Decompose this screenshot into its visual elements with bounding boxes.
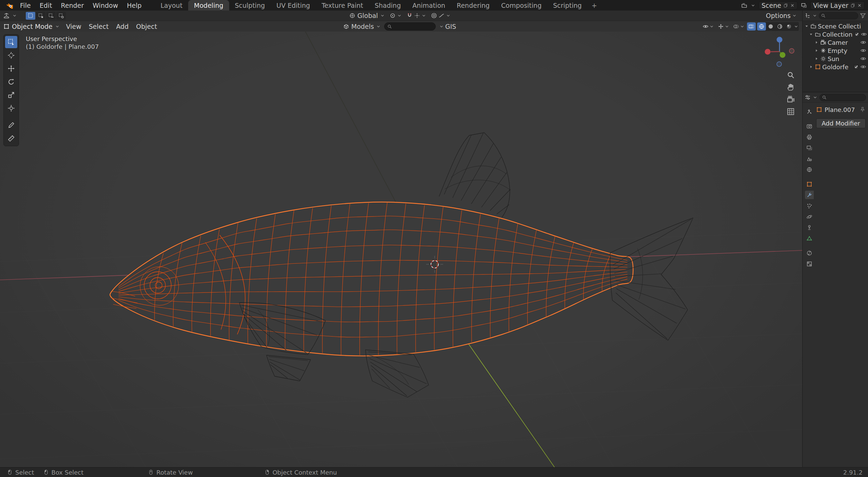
- goldorfe-wireframe-mesh[interactable]: [110, 202, 633, 356]
- pivot-point-dropdown[interactable]: [390, 13, 402, 19]
- toggle-xray-button[interactable]: [747, 22, 756, 31]
- shading-wireframe-button[interactable]: [757, 22, 766, 31]
- shading-solid-button[interactable]: [766, 22, 775, 31]
- gis-menu[interactable]: GIS: [439, 23, 456, 30]
- asset-search-input[interactable]: [384, 22, 436, 31]
- chevron-down-icon[interactable]: [751, 3, 755, 8]
- pin-icon[interactable]: [860, 107, 866, 113]
- workspace-tab-compositing[interactable]: Compositing: [495, 0, 547, 11]
- hide-eye-icon[interactable]: [860, 56, 866, 62]
- select-mode-intersect-button[interactable]: [56, 12, 66, 20]
- options-dropdown[interactable]: Options: [766, 12, 797, 19]
- properties-tab-material[interactable]: [805, 249, 814, 257]
- properties-tab-texture[interactable]: [805, 260, 814, 268]
- workspace-tab-texture-paint[interactable]: Texture Paint: [316, 0, 369, 11]
- menu-render[interactable]: Render: [57, 0, 88, 11]
- properties-tab-view-layer[interactable]: [805, 144, 814, 152]
- outliner-item-label[interactable]: Collection: [822, 31, 852, 38]
- hide-eye-icon[interactable]: [860, 47, 866, 54]
- show-gizmo-dropdown[interactable]: [716, 22, 731, 31]
- outliner-item-label[interactable]: Scene Collecti: [818, 23, 861, 30]
- object-visibility-dropdown[interactable]: [701, 22, 715, 31]
- trans form-orientation-dropdown[interactable]: Global: [349, 12, 385, 19]
- properties-tab-modifiers[interactable]: [805, 191, 814, 199]
- outliner-item-label[interactable]: Empty: [828, 47, 847, 54]
- outliner-search-input[interactable]: [819, 12, 858, 19]
- properties-tab-scene[interactable]: [805, 154, 814, 163]
- disclosure-open-icon[interactable]: [804, 24, 809, 28]
- new-scene-icon[interactable]: [783, 3, 788, 8]
- disclosure-open-icon[interactable]: [809, 32, 813, 37]
- workspace-tab-scripting[interactable]: Scripting: [547, 0, 588, 11]
- chevron-down-icon[interactable]: [794, 24, 798, 29]
- select-mode-new-button[interactable]: [26, 12, 35, 20]
- properties-tab-world[interactable]: [805, 165, 814, 174]
- snapping-controls[interactable]: [407, 13, 426, 19]
- hide-eye-icon[interactable]: [860, 64, 866, 70]
- chevron-down-icon[interactable]: [812, 13, 817, 18]
- menu-view[interactable]: View: [62, 23, 85, 30]
- outliner-item-label[interactable]: Camer: [828, 39, 848, 46]
- outliner-row-camera[interactable]: Camer: [803, 38, 868, 46]
- disclosure-closed-icon[interactable]: [814, 56, 819, 61]
- scene-browse-icon[interactable]: [741, 2, 747, 8]
- breadcrumb-object-name[interactable]: Plane.007: [825, 106, 855, 113]
- move-tool[interactable]: [5, 62, 17, 75]
- editor-type-selector[interactable]: [3, 13, 17, 19]
- menu-select[interactable]: Select: [85, 23, 113, 30]
- chevron-down-icon[interactable]: [813, 95, 817, 100]
- models-dropdown[interactable]: Models: [343, 23, 381, 30]
- outliner-item-label[interactable]: Goldorfe: [822, 63, 848, 71]
- outliner-row-sun[interactable]: Sun: [803, 55, 868, 63]
- navigation-gizmo[interactable]: [763, 35, 796, 68]
- disclosure-closed-icon[interactable]: [809, 64, 813, 69]
- shading-rendered-button[interactable]: [785, 22, 793, 31]
- shading-material-button[interactable]: [775, 22, 784, 31]
- mode-dropdown[interactable]: Object Mode: [3, 23, 60, 30]
- remove-view-layer-icon[interactable]: [857, 3, 862, 8]
- viewport-canvas[interactable]: User Perspective (1) Goldorfe | Plane.00…: [0, 32, 802, 467]
- view-layer-selector[interactable]: View Layer: [810, 1, 865, 9]
- menu-window[interactable]: Window: [88, 0, 122, 11]
- zoom-icon[interactable]: [787, 71, 795, 79]
- workspace-tab-rendering[interactable]: Rendering: [451, 0, 495, 11]
- object-checkbox-icon[interactable]: [853, 64, 859, 70]
- properties-tab-render[interactable]: [805, 122, 814, 130]
- add-modifier-button[interactable]: Add Modifier: [816, 118, 866, 128]
- menu-object[interactable]: Object: [132, 23, 161, 30]
- select-mode-subtract-button[interactable]: [46, 12, 56, 20]
- outliner-row-collection[interactable]: Collection: [803, 30, 868, 38]
- properties-tab-object-data[interactable]: [805, 234, 814, 243]
- menu-help[interactable]: Help: [122, 0, 146, 11]
- properties-tab-object[interactable]: [805, 180, 814, 188]
- menu-edit[interactable]: Edit: [35, 0, 57, 11]
- cursor-tool[interactable]: [5, 49, 17, 61]
- proportional-editing-controls[interactable]: [431, 13, 451, 19]
- select-mode-extend-button[interactable]: [36, 12, 45, 20]
- filter-icon[interactable]: [860, 13, 866, 19]
- workspace-tab-shading[interactable]: Shading: [369, 0, 407, 11]
- menu-add[interactable]: Add: [112, 23, 132, 30]
- properties-tab-constraints[interactable]: [805, 223, 814, 232]
- workspace-tab-animation[interactable]: Animation: [407, 0, 451, 11]
- scene-selector[interactable]: Scene: [759, 1, 797, 9]
- new-view-layer-icon[interactable]: [850, 3, 855, 8]
- snap-magnet-icon[interactable]: [407, 13, 413, 19]
- workspace-tab-layout[interactable]: Layout: [155, 0, 189, 11]
- properties-tab-physics[interactable]: [805, 212, 814, 221]
- outliner-row-goldorfe[interactable]: Goldorfe: [803, 63, 868, 71]
- properties-search-input[interactable]: [820, 94, 866, 101]
- properties-tab-output[interactable]: [805, 133, 814, 141]
- pan-hand-icon[interactable]: [787, 83, 795, 91]
- outliner-editor-icon[interactable]: [805, 13, 811, 19]
- scale-tool[interactable]: [5, 89, 17, 101]
- camera-view-icon[interactable]: [787, 95, 795, 103]
- outliner-item-label[interactable]: Sun: [828, 55, 839, 62]
- select-box-tool[interactable]: [5, 36, 17, 48]
- proportional-editing-icon[interactable]: [431, 13, 437, 19]
- show-overlays-dropdown[interactable]: [732, 22, 746, 31]
- workspace-tab-modeling[interactable]: Modeling: [188, 0, 229, 11]
- properties-tab-tool[interactable]: [805, 107, 814, 116]
- disclosure-closed-icon[interactable]: [814, 40, 819, 45]
- properties-tab-particles[interactable]: [805, 202, 814, 210]
